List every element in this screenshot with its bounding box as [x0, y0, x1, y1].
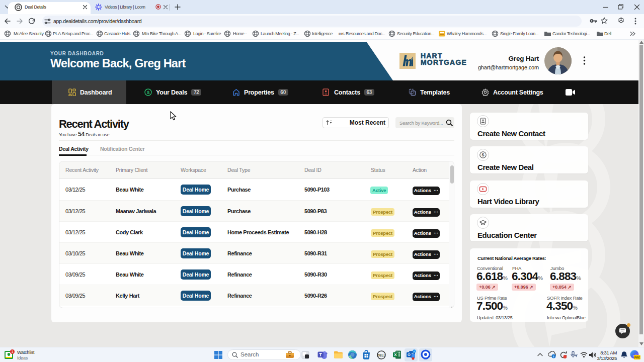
svg-text:O: O	[408, 352, 411, 357]
svg-text:PRE: PRE	[634, 356, 640, 359]
svg-text:DELL: DELL	[377, 353, 386, 357]
svg-text:$: $	[481, 152, 484, 157]
svg-text:i: i	[553, 354, 554, 358]
svg-text:1: 1	[12, 350, 14, 353]
svg-text:$: $	[147, 89, 150, 95]
svg-text:X: X	[394, 352, 397, 357]
svg-text:IHS: IHS	[339, 32, 345, 36]
